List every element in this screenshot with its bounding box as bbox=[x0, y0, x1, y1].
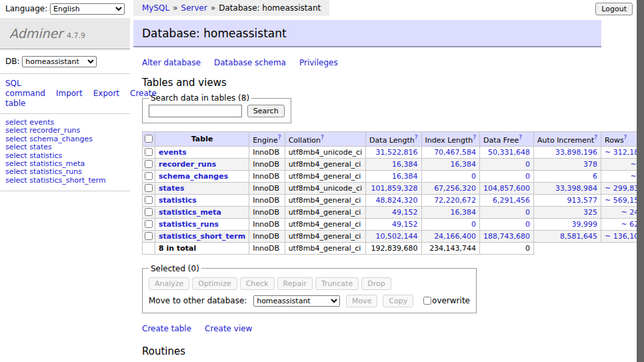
move-button[interactable]: Move bbox=[346, 295, 378, 307]
sidebar-table-link-statistics-short-term[interactable]: statistics_short_term bbox=[29, 176, 105, 185]
data-length-link[interactable]: 49,152 bbox=[392, 208, 418, 217]
column-help-link[interactable]: ? bbox=[415, 134, 418, 141]
column-help-link[interactable]: ? bbox=[278, 134, 281, 141]
index-length-link[interactable]: 72,220,672 bbox=[434, 196, 476, 205]
row-checkbox[interactable] bbox=[145, 184, 153, 192]
sidebar-table-link-statistics-runs[interactable]: statistics_runs bbox=[29, 167, 82, 176]
sidebar-table-link-states[interactable]: states bbox=[29, 143, 52, 151]
row-checkbox[interactable] bbox=[145, 148, 153, 156]
data-length-link[interactable]: 16,384 bbox=[392, 172, 418, 181]
data-length-link[interactable]: 16,384 bbox=[392, 160, 418, 169]
sidebar-table-link-statistics-meta[interactable]: statistics_meta bbox=[29, 159, 85, 168]
logout-button[interactable]: Logout bbox=[595, 3, 633, 15]
data-free-link[interactable]: 188,743,680 bbox=[483, 232, 530, 241]
auto-increment-link[interactable]: 378 bbox=[583, 160, 597, 169]
search-input[interactable] bbox=[149, 105, 242, 117]
select-link[interactable]: select bbox=[5, 167, 27, 176]
language-select[interactable]: English bbox=[50, 3, 125, 15]
breadcrumb-link-mysql[interactable]: MySQL bbox=[142, 3, 169, 13]
index-length-link[interactable]: 70,467,584 bbox=[434, 148, 476, 157]
analyze-button[interactable]: Analyze bbox=[149, 277, 189, 290]
index-length-link[interactable]: 0 bbox=[471, 220, 476, 229]
db-action-privileges[interactable]: Privileges bbox=[299, 58, 338, 67]
data-free-link[interactable]: 0 bbox=[525, 208, 530, 217]
table-link-statistics-short-term[interactable]: statistics_short_term bbox=[159, 232, 245, 241]
table-link-statistics-meta[interactable]: statistics_meta bbox=[159, 208, 221, 217]
db-select[interactable]: homeassistant bbox=[22, 56, 97, 67]
auto-increment-link[interactable]: 39,999 bbox=[572, 220, 598, 229]
copy-button[interactable]: Copy bbox=[383, 295, 413, 307]
db-action-alter-database[interactable]: Alter database bbox=[142, 58, 201, 67]
select-link[interactable]: select bbox=[5, 118, 27, 127]
data-length-link[interactable]: 48,824,320 bbox=[376, 196, 418, 205]
row-checkbox[interactable] bbox=[145, 172, 153, 180]
row-checkbox[interactable] bbox=[145, 196, 153, 204]
data-free-link[interactable]: 104,857,600 bbox=[483, 184, 530, 193]
auto-increment-link[interactable]: 6 bbox=[593, 172, 597, 181]
data-length-link[interactable]: 49,152 bbox=[392, 220, 418, 229]
data-free-link[interactable]: 0 bbox=[525, 172, 530, 181]
table-link-statistics-runs[interactable]: statistics_runs bbox=[159, 220, 219, 229]
column-help-link[interactable]: ? bbox=[519, 134, 522, 141]
overwrite-checkbox[interactable] bbox=[423, 297, 431, 305]
data-free-link[interactable]: 0 bbox=[525, 160, 530, 169]
column-help-link[interactable]: ? bbox=[473, 134, 476, 141]
index-length-link[interactable]: 0 bbox=[471, 172, 476, 181]
column-help-link[interactable]: ? bbox=[321, 134, 324, 141]
table-link-statistics[interactable]: statistics bbox=[159, 196, 197, 205]
data-length-link[interactable]: 10,502,144 bbox=[376, 232, 418, 241]
row-checkbox[interactable] bbox=[145, 208, 153, 216]
select-link[interactable]: select bbox=[5, 143, 27, 151]
vertical-scrollbar[interactable] bbox=[637, 0, 644, 362]
index-length-cell: 24,166,400 bbox=[421, 230, 480, 242]
data-free-link[interactable]: 6,291,456 bbox=[493, 196, 530, 205]
create-create-table[interactable]: Create table bbox=[142, 324, 191, 333]
auto-increment-link[interactable]: 325 bbox=[583, 208, 597, 217]
table-link-states[interactable]: states bbox=[159, 184, 185, 193]
db-action-database-schema[interactable]: Database schema bbox=[214, 58, 286, 67]
sidebar-table-link-recorder-runs[interactable]: recorder_runs bbox=[29, 126, 80, 135]
select-link[interactable]: select bbox=[5, 135, 27, 143]
auto-increment-link[interactable]: 33,898,196 bbox=[555, 148, 597, 157]
index-length-link[interactable]: 16,384 bbox=[451, 208, 477, 217]
column-help-link[interactable]: ? bbox=[624, 134, 627, 141]
data-free-link[interactable]: 50,331,648 bbox=[488, 148, 530, 157]
data-length-link[interactable]: 101,859,328 bbox=[371, 184, 418, 193]
select-link[interactable]: select bbox=[5, 126, 27, 135]
column-help-link[interactable]: ? bbox=[594, 134, 597, 141]
check-button[interactable]: Check bbox=[240, 277, 275, 290]
data-free-link[interactable]: 0 bbox=[525, 220, 530, 229]
select-all-checkbox[interactable] bbox=[145, 135, 153, 143]
breadcrumb-link-server[interactable]: Server bbox=[181, 3, 207, 13]
move-db-select[interactable]: homeassistant bbox=[253, 295, 340, 307]
select-link[interactable]: select bbox=[5, 159, 27, 168]
table-link-schema-changes[interactable]: schema_changes bbox=[159, 172, 228, 181]
data-length-link[interactable]: 31,522,816 bbox=[376, 148, 418, 157]
select-link[interactable]: select bbox=[5, 176, 27, 185]
tables-heading: Tables and views bbox=[142, 77, 644, 89]
table-link-events[interactable]: events bbox=[159, 148, 187, 157]
sidebar-action-import[interactable]: Import bbox=[56, 89, 83, 98]
create-create-view[interactable]: Create view bbox=[205, 324, 252, 333]
table-link-recorder-runs[interactable]: recorder_runs bbox=[159, 160, 216, 169]
repair-button[interactable]: Repair bbox=[277, 277, 313, 290]
index-length-link[interactable]: 16,384 bbox=[451, 160, 477, 169]
select-link[interactable]: select bbox=[5, 151, 27, 160]
drop-button[interactable]: Drop bbox=[361, 277, 391, 290]
index-length-link[interactable]: 24,166,400 bbox=[434, 232, 476, 241]
sidebar-table-link-statistics[interactable]: statistics bbox=[29, 151, 62, 160]
sidebar-table-link-events[interactable]: events bbox=[29, 118, 54, 127]
row-checkbox[interactable] bbox=[145, 220, 153, 228]
sidebar-action-sql-command[interactable]: SQL command bbox=[5, 79, 45, 98]
search-button[interactable]: Search bbox=[247, 105, 285, 117]
auto-increment-link[interactable]: 913,577 bbox=[567, 196, 598, 205]
row-checkbox[interactable] bbox=[145, 232, 153, 240]
sidebar-action-export[interactable]: Export bbox=[93, 89, 119, 98]
auto-increment-link[interactable]: 8,581,645 bbox=[560, 232, 597, 241]
row-checkbox[interactable] bbox=[145, 160, 153, 168]
auto-increment-link[interactable]: 33,398,984 bbox=[555, 184, 597, 193]
sidebar-table-link-schema-changes[interactable]: schema_changes bbox=[29, 135, 93, 143]
truncate-button[interactable]: Truncate bbox=[315, 277, 359, 290]
index-length-link[interactable]: 67,256,320 bbox=[434, 184, 476, 193]
optimize-button[interactable]: Optimize bbox=[192, 277, 237, 290]
